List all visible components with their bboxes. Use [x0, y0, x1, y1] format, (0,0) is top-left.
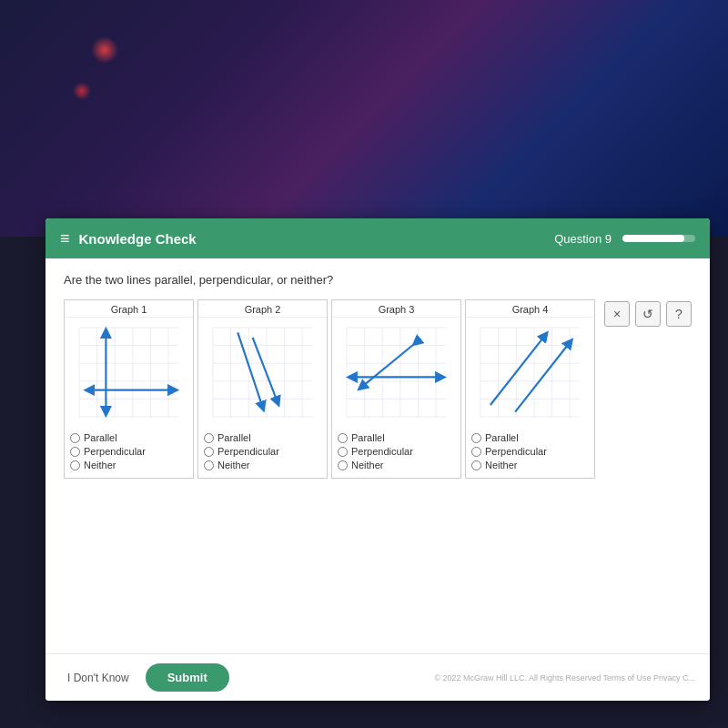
radio-input-parallel-2[interactable] [204, 433, 214, 443]
progress-fill [622, 235, 684, 242]
radio-input-parallel-3[interactable] [338, 433, 348, 443]
undo-button[interactable]: ↺ [635, 301, 661, 327]
radio-perpendicular-4[interactable]: Perpendicular [471, 446, 589, 457]
footer-bar: I Don't Know Submit © 2022 McGraw Hill L… [46, 653, 710, 701]
radio-label-perpendicular-1: Perpendicular [84, 446, 146, 457]
header-bar: ≡ Knowledge Check Question 9 [46, 218, 710, 258]
close-button[interactable]: × [604, 301, 630, 327]
radio-neither-1[interactable]: Neither [70, 460, 187, 470]
radio-label-parallel-1: Parallel [84, 432, 117, 443]
radio-neither-2[interactable]: Neither [204, 460, 321, 470]
radio-label-perpendicular-2: Perpendicular [217, 446, 279, 457]
copyright-text: © 2022 McGraw Hill LLC. All Rights Reser… [434, 673, 695, 682]
radio-parallel-3[interactable]: Parallel [338, 432, 455, 443]
radio-input-perpendicular-2[interactable] [204, 447, 214, 457]
graph-card-2: Graph 2 [197, 299, 328, 479]
radio-parallel-1[interactable]: Parallel [70, 432, 187, 443]
graph-title-3: Graph 3 [332, 300, 460, 318]
question-text: Are the two lines parallel, perpendicula… [64, 273, 692, 287]
radio-label-perpendicular-4: Perpendicular [485, 446, 547, 457]
graphs-container: Graph 1 [64, 299, 692, 479]
tool-buttons: × ↺ ? [604, 301, 692, 327]
radio-input-perpendicular-1[interactable] [70, 447, 80, 457]
radio-neither-4[interactable]: Neither [471, 460, 589, 470]
radio-label-perpendicular-3: Perpendicular [351, 446, 413, 457]
radio-label-neither-2: Neither [217, 460, 249, 470]
radio-input-neither-3[interactable] [338, 460, 348, 470]
radio-perpendicular-3[interactable]: Perpendicular [338, 446, 455, 457]
radio-input-parallel-4[interactable] [471, 433, 481, 443]
radio-perpendicular-1[interactable]: Perpendicular [70, 446, 187, 457]
svg-line-26 [238, 332, 262, 407]
radio-label-neither-1: Neither [84, 460, 116, 470]
graph-canvas-4 [466, 318, 594, 427]
app-title: Knowledge Check [79, 231, 555, 247]
radio-input-parallel-1[interactable] [70, 433, 80, 443]
graph-card-1: Graph 1 [64, 299, 194, 479]
svg-line-27 [253, 338, 278, 402]
radio-input-neither-4[interactable] [471, 460, 481, 470]
question-label: Question 9 [554, 232, 612, 246]
svg-line-54 [490, 336, 545, 405]
radio-parallel-2[interactable]: Parallel [204, 432, 321, 443]
radio-label-parallel-2: Parallel [217, 432, 251, 443]
radio-input-neither-1[interactable] [70, 460, 80, 470]
radio-input-neither-2[interactable] [204, 460, 214, 470]
radio-label-parallel-3: Parallel [351, 432, 385, 443]
radio-group-2: Parallel Perpendicular Neither [198, 427, 327, 478]
radio-group-1: Parallel Perpendicular Neither [65, 427, 193, 478]
help-button[interactable]: ? [666, 301, 692, 327]
radio-neither-3[interactable]: Neither [338, 460, 455, 470]
radio-group-4: Parallel Perpendicular Neither [466, 427, 594, 478]
content-area: Are the two lines parallel, perpendicula… [46, 258, 710, 653]
graph-canvas-1 [65, 318, 193, 427]
main-panel: ≡ Knowledge Check Question 9 Are the two… [46, 218, 710, 701]
radio-label-neither-4: Neither [485, 460, 517, 470]
radio-parallel-4[interactable]: Parallel [471, 432, 589, 443]
progress-bar [622, 235, 695, 242]
graph-title-4: Graph 4 [466, 300, 594, 318]
graph-canvas-2 [198, 318, 327, 427]
graph-title-2: Graph 2 [198, 300, 327, 318]
graph-canvas-3 [332, 318, 460, 427]
radio-label-parallel-4: Parallel [485, 432, 519, 443]
radio-perpendicular-2[interactable]: Perpendicular [204, 446, 321, 457]
submit-button[interactable]: Submit [146, 663, 229, 692]
graph-card-3: Graph 3 [331, 299, 461, 479]
graph-title-1: Graph 1 [65, 300, 193, 318]
graph-card-4: Graph 4 [465, 299, 595, 479]
svg-line-55 [515, 342, 570, 411]
svg-line-40 [361, 342, 416, 387]
radio-label-neither-3: Neither [351, 460, 383, 470]
radio-input-perpendicular-3[interactable] [338, 447, 348, 457]
radio-input-perpendicular-4[interactable] [471, 447, 481, 457]
radio-group-3: Parallel Perpendicular Neither [332, 427, 460, 478]
menu-icon[interactable]: ≡ [60, 229, 70, 248]
idk-button[interactable]: I Don't Know [60, 668, 136, 688]
